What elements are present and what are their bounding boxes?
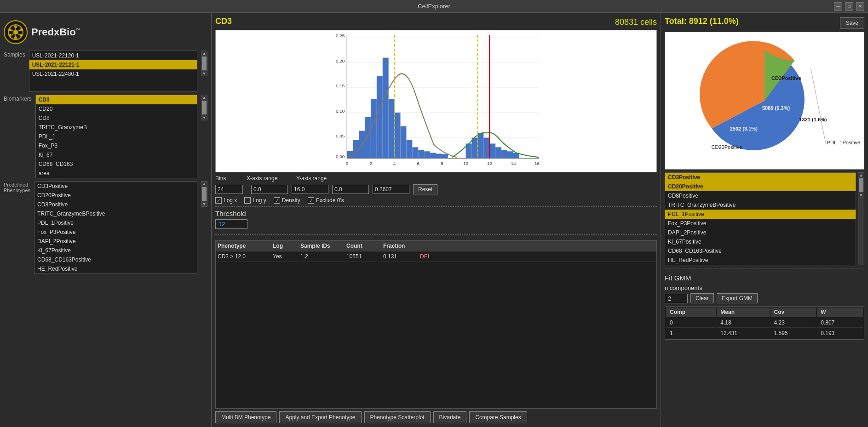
svg-text:10: 10 xyxy=(463,161,469,166)
biomarkers-list-item[interactable]: PDL_1 xyxy=(36,132,197,141)
right-save-button[interactable]: Save xyxy=(840,17,864,28)
titlebar: CellExplorer — □ ✕ xyxy=(0,0,868,13)
biomarkers-list-item[interactable]: CD68_CD163 xyxy=(36,159,197,169)
right-panel: Total: 8912 (11.0%) Save CD3Positive 508… xyxy=(661,13,868,427)
pie-chart: CD3Positive 5089 (6.3%) PDL_1Positive CD… xyxy=(665,32,864,170)
phenotypes-list-item[interactable]: PDL_1Positive xyxy=(34,218,197,228)
biomarkers-list-item[interactable]: TRITC_GranzymeB xyxy=(36,123,197,132)
biomarkers-list-item[interactable]: CD3 xyxy=(36,95,197,104)
svg-rect-50 xyxy=(424,151,430,158)
maximize-button[interactable]: □ xyxy=(845,2,853,11)
svg-text:0.00: 0.00 xyxy=(336,154,345,159)
fit-gmm-section: Fit GMM n components Clear Export GMM Co… xyxy=(665,274,864,340)
ymin-input[interactable] xyxy=(332,185,369,194)
right-biomarkers-list-item[interactable]: CD8Positive xyxy=(665,191,856,200)
apply-export-phenotype-button[interactable]: Apply and Export Phenotype xyxy=(279,411,361,423)
controls-area: Bins X-axis range Y-axis range Reset ✓ L… xyxy=(215,175,657,238)
svg-text:0.10: 0.10 xyxy=(336,108,345,114)
logy-checkbox[interactable]: Log y xyxy=(244,197,266,204)
phenotypes-list-item[interactable]: DAPI_2Positive xyxy=(34,237,197,246)
samples-list-item[interactable]: USL-2021-22121-1 xyxy=(29,60,197,69)
logo-icon xyxy=(4,20,28,44)
svg-rect-42 xyxy=(377,76,383,158)
biomarkers-list-item[interactable]: area xyxy=(36,169,197,178)
svg-text:0.25: 0.25 xyxy=(336,33,345,38)
phenotypes-list-item[interactable]: CD8Positive xyxy=(34,200,197,209)
th-count: Count xyxy=(346,243,383,249)
phenotypes-list-item[interactable]: Ki_67Positive xyxy=(34,246,197,255)
svg-text:14: 14 xyxy=(511,161,516,166)
right-biomarkers-list-item[interactable]: DAPI_2Positive xyxy=(665,228,856,237)
phenotype-scatterplot-button[interactable]: Phenotype Scatterplot xyxy=(364,411,431,423)
yaxis-label: Y-axis range xyxy=(296,175,342,182)
center-title: CD3 xyxy=(215,17,232,26)
right-biomarkers-list-item[interactable]: CD68_CD163Positive xyxy=(665,246,856,256)
excludezeros-checkbox[interactable]: ✓ Exclude 0's xyxy=(308,197,344,204)
svg-text:4: 4 xyxy=(393,161,396,166)
th-fraction: Fraction xyxy=(383,243,420,249)
density-checkbox[interactable]: ✓ Density xyxy=(274,197,300,204)
svg-rect-60 xyxy=(501,150,507,158)
samples-list-item[interactable]: USL-2021-22120-1 xyxy=(29,51,197,60)
samples-scrollbar[interactable]: ▲ ▼ xyxy=(201,51,207,76)
svg-text:0.20: 0.20 xyxy=(336,58,345,63)
logx-checkbox[interactable]: ✓ Log x xyxy=(215,197,237,204)
xmax-input[interactable] xyxy=(292,185,328,194)
svg-point-7 xyxy=(9,28,11,31)
phenotypes-list-item[interactable]: TRITC_GranzymeBPositive xyxy=(34,209,197,218)
right-biomarkers-list-item[interactable]: CD20Positive xyxy=(665,182,856,191)
right-biomarkers-list-item[interactable]: TRITC_GranzymeBPositive xyxy=(665,200,856,210)
export-gmm-button[interactable]: Export GMM xyxy=(717,293,758,303)
svg-rect-46 xyxy=(401,126,407,159)
excludezeros-check-icon: ✓ xyxy=(308,197,314,204)
multi-bm-phenotype-button[interactable]: Multi BM Phenotype xyxy=(215,411,276,423)
svg-rect-44 xyxy=(389,99,395,158)
right-biomarkers-list-item[interactable]: CD3Positive xyxy=(665,173,856,182)
gmm-th-cov: Cov xyxy=(770,307,816,317)
phenotypes-scrollbar[interactable]: ▲ ▼ xyxy=(201,181,207,207)
svg-rect-45 xyxy=(395,113,401,158)
biomarkers-list-item[interactable]: CD20 xyxy=(36,104,197,114)
xaxis-label: X-axis range xyxy=(247,175,293,182)
right-biomarkers-list-item[interactable]: HE_RedPositive xyxy=(665,256,856,265)
right-biomarkers-list-item[interactable]: PDL_1Positive xyxy=(665,210,856,219)
right-biomarkers-list: CD3PositiveCD20PositiveCD8PositiveTRITC_… xyxy=(665,172,856,265)
reset-button[interactable]: Reset xyxy=(413,184,437,194)
xmin-input[interactable] xyxy=(251,185,288,194)
bins-input[interactable] xyxy=(215,185,243,194)
phenotypes-list-item[interactable]: CD20Positive xyxy=(34,191,197,200)
biomarkers-scrollbar[interactable]: ▲ ▼ xyxy=(201,95,207,120)
phenotypes-list-item[interactable]: CD68_CD163Positive xyxy=(34,255,197,264)
samples-list-item[interactable]: USL-2021-22480-1 xyxy=(29,69,197,79)
svg-rect-57 xyxy=(483,137,489,158)
td-fraction: 0.131 xyxy=(383,253,420,260)
svg-rect-48 xyxy=(412,147,418,158)
phenotypes-list-item[interactable]: HE_RedPositive xyxy=(34,264,197,273)
phenotypes-list-item[interactable]: Fox_P3Positive xyxy=(34,228,197,237)
clear-button[interactable]: Clear xyxy=(690,293,714,303)
svg-line-9 xyxy=(17,30,20,31)
threshold-title: Threshold xyxy=(215,210,657,217)
biomarkers-list-item[interactable]: CD8 xyxy=(36,114,197,123)
gmm-td-w: 0.193 xyxy=(817,329,863,338)
svg-point-6 xyxy=(9,34,11,37)
right-biomarkers-list-item[interactable]: Fox_P3Positive xyxy=(665,219,856,228)
delete-row-button[interactable]: DEL xyxy=(420,253,438,260)
phenotypes-list-item[interactable]: CD3Positive xyxy=(34,182,197,191)
compare-samples-button[interactable]: Compare Samples xyxy=(469,411,527,423)
right-biomarkers-list-item[interactable]: Ki_67Positive xyxy=(665,237,856,246)
minimize-button[interactable]: — xyxy=(834,2,842,11)
svg-text:6: 6 xyxy=(417,161,420,166)
close-button[interactable]: ✕ xyxy=(856,2,864,11)
left-panel: PredxBio™ Samples USL-2021-22120-1USL-20… xyxy=(0,13,212,427)
bivariate-button[interactable]: Bivariate xyxy=(433,411,467,423)
app-title: CellExplorer xyxy=(418,3,450,10)
right-biomarkers-scrollbar[interactable]: ▲ ▼ xyxy=(858,172,864,265)
ymax-input[interactable] xyxy=(373,185,409,194)
biomarkers-list-item[interactable]: Ki_67 xyxy=(36,150,197,159)
biomarkers-list-item[interactable]: Fox_P3 xyxy=(36,141,197,150)
n-components-input[interactable] xyxy=(665,294,688,303)
table-header: Phenotype Log Sample IDs Count Fraction xyxy=(216,241,656,251)
threshold-input[interactable] xyxy=(215,219,247,229)
svg-rect-43 xyxy=(383,58,389,159)
